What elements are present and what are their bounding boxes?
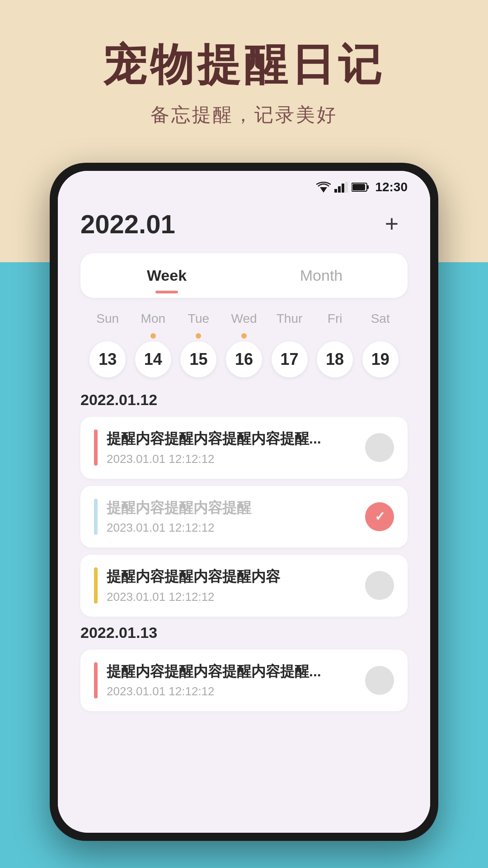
- date-item-13[interactable]: 13: [85, 333, 131, 377]
- date-dot-15: [196, 333, 201, 339]
- reminder-content-1: 提醒内容提醒内容提醒内容提醒... 2023.01.01 12:12:12: [107, 429, 356, 466]
- reminder-time-2: 2023.01.01 12:12:12: [107, 521, 356, 535]
- reminder-time-1: 2023.01.01 12:12:12: [107, 452, 356, 466]
- reminder-accent-1: [94, 429, 98, 466]
- date-circle-17: 17: [272, 341, 308, 377]
- weekday-fri: Fri: [312, 311, 358, 326]
- reminder-title-2: 提醒内容提醒内容提醒: [107, 499, 356, 518]
- date-circle-16: 16: [226, 341, 262, 377]
- date-item-15[interactable]: 15: [176, 333, 221, 377]
- date-item-14[interactable]: 14: [131, 333, 176, 377]
- reminder-time-3: 2023.01.01 12:12:12: [107, 590, 356, 604]
- weekday-tue: Tue: [176, 311, 221, 326]
- weekday-wed: Wed: [221, 311, 267, 326]
- reminder-content-2: 提醒内容提醒内容提醒 2023.01.01 12:12:12: [107, 499, 356, 535]
- tab-switcher: Week Month: [80, 253, 408, 298]
- date-circle-14: 14: [135, 341, 171, 377]
- battery-icon: [352, 182, 370, 192]
- svg-rect-3: [342, 184, 344, 193]
- weekday-sun: Sun: [85, 311, 131, 326]
- reminder-accent-3: [94, 567, 98, 604]
- reminder-content-3: 提醒内容提醒内容提醒内容 2023.01.01 12:12:12: [107, 567, 356, 604]
- tab-week-indicator: [155, 291, 178, 293]
- reminder-title-3: 提醒内容提醒内容提醒内容: [107, 567, 356, 586]
- date-dot-14: [150, 333, 156, 339]
- add-button[interactable]: +: [376, 208, 408, 240]
- status-bar: 12:30: [58, 171, 430, 199]
- reminder-accent-2: [94, 499, 98, 535]
- main-content: 2022.01 + Week Month Sun Mon Tue Wed Thu…: [58, 199, 430, 829]
- reminder-toggle-2[interactable]: ✓: [365, 502, 394, 531]
- status-time: 12:30: [375, 180, 408, 194]
- svg-rect-6: [367, 185, 369, 189]
- reminder-card-4: 提醒内容提醒内容提醒内容提醒... 2023.01.01 12:12:12: [80, 650, 408, 712]
- dates-row: 13 14 15 16: [80, 333, 408, 377]
- phone-screen: 12:30 2022.01 + Week Month S: [58, 171, 430, 833]
- reminder-content-4: 提醒内容提醒内容提醒内容提醒... 2023.01.01 12:12:12: [107, 662, 356, 699]
- date-item-18[interactable]: 18: [312, 333, 358, 377]
- reminder-accent-4: [94, 662, 98, 698]
- weekday-mon: Mon: [131, 311, 176, 326]
- weekday-sat: Sat: [357, 311, 403, 326]
- check-icon-2: ✓: [375, 509, 385, 524]
- reminder-card-3: 提醒内容提醒内容提醒内容 2023.01.01 12:12:12: [80, 555, 408, 617]
- year-month-label: 2022.01: [80, 209, 175, 239]
- wifi-icon: [316, 182, 331, 193]
- reminder-toggle-4[interactable]: [365, 666, 394, 695]
- status-icons: [316, 182, 370, 193]
- date-circle-15: 15: [180, 341, 216, 377]
- phone-frame: 12:30 2022.01 + Week Month S: [50, 163, 438, 841]
- reminder-title-4: 提醒内容提醒内容提醒内容提醒...: [107, 662, 356, 681]
- app-title-area: 宠物提醒日记 备忘提醒，记录美好: [0, 36, 488, 127]
- reminder-title-1: 提醒内容提醒内容提醒内容提醒...: [107, 429, 356, 448]
- date-dot-16: [241, 333, 247, 339]
- tab-week[interactable]: Week: [89, 259, 244, 292]
- svg-rect-4: [345, 182, 348, 193]
- reminder-card-1: 提醒内容提醒内容提醒内容提醒... 2023.01.01 12:12:12: [80, 417, 408, 479]
- date-circle-18: 18: [317, 341, 353, 377]
- svg-marker-0: [320, 187, 327, 193]
- header: 2022.01 +: [80, 208, 408, 240]
- section-date-2: 2022.01.13: [80, 624, 408, 642]
- app-subtitle: 备忘提醒，记录美好: [0, 102, 488, 127]
- reminder-card-2: 提醒内容提醒内容提醒 2023.01.01 12:12:12 ✓: [80, 486, 408, 548]
- date-item-16[interactable]: 16: [221, 333, 267, 377]
- reminder-time-4: 2023.01.01 12:12:12: [107, 684, 356, 698]
- reminder-toggle-1[interactable]: [365, 433, 394, 462]
- tab-month[interactable]: Month: [244, 259, 399, 292]
- signal-icon: [334, 182, 348, 193]
- date-circle-19: 19: [362, 341, 399, 377]
- svg-rect-2: [338, 186, 341, 193]
- week-header: Sun Mon Tue Wed Thur Fri Sat: [80, 311, 408, 326]
- app-title: 宠物提醒日记: [0, 36, 488, 95]
- weekday-thur: Thur: [267, 311, 312, 326]
- reminder-toggle-3[interactable]: [365, 571, 394, 600]
- date-item-17[interactable]: 17: [267, 333, 312, 377]
- section-date-1: 2022.01.12: [80, 391, 408, 409]
- svg-rect-7: [352, 184, 365, 190]
- date-circle-13: 13: [89, 341, 126, 377]
- date-item-19[interactable]: 19: [357, 333, 403, 377]
- svg-rect-1: [334, 189, 337, 193]
